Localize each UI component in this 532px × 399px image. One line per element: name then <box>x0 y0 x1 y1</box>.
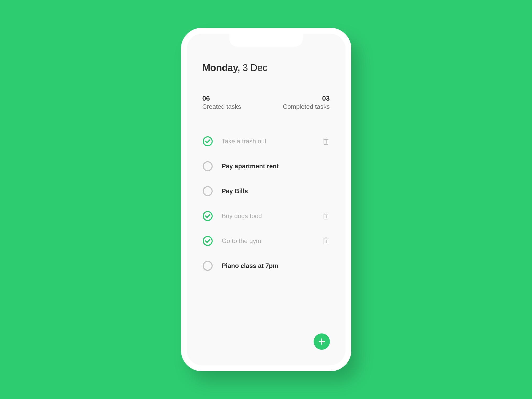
trash-placeholder <box>322 262 330 270</box>
screen: Monday, 3 Dec 06 Created tasks 03 Comple… <box>187 34 346 365</box>
task-title: Buy dogs food <box>222 212 322 220</box>
phone-notch <box>229 34 303 47</box>
task-row[interactable]: Piano class at 7pm <box>202 253 330 278</box>
header-date: 3 Dec <box>240 62 267 73</box>
phone-frame: Monday, 3 Dec 06 Created tasks 03 Comple… <box>181 28 351 371</box>
date-header: Monday, 3 Dec <box>202 62 330 73</box>
checkbox-checked-icon[interactable] <box>202 211 213 221</box>
task-title: Piano class at 7pm <box>222 262 322 269</box>
completed-label: Completed tasks <box>283 103 330 110</box>
checkbox-checked-icon[interactable] <box>202 236 213 246</box>
plus-icon <box>318 338 325 345</box>
task-title: Go to the gym <box>222 237 322 245</box>
svg-point-7 <box>203 187 212 196</box>
checkbox-empty-icon[interactable] <box>202 161 213 171</box>
checkbox-checked-icon[interactable] <box>202 136 213 147</box>
header-day: Monday, <box>202 62 240 73</box>
trash-icon[interactable] <box>322 212 330 220</box>
created-label: Created tasks <box>202 103 241 110</box>
task-row[interactable]: Pay Bills <box>202 179 330 203</box>
created-count: 06 <box>202 94 241 103</box>
task-title: Pay Bills <box>222 187 322 195</box>
task-row[interactable]: Take a trash out <box>202 129 330 154</box>
task-title: Take a trash out <box>222 138 322 145</box>
add-task-button[interactable] <box>314 333 330 350</box>
svg-point-6 <box>203 162 212 171</box>
trash-icon[interactable] <box>322 137 330 145</box>
completed-tasks-stat: 03 Completed tasks <box>283 94 330 110</box>
checkbox-empty-icon[interactable] <box>202 261 213 271</box>
created-tasks-stat: 06 Created tasks <box>202 94 241 110</box>
task-list: Take a trash out Pay apartment rent Pay … <box>202 129 330 278</box>
checkbox-empty-icon[interactable] <box>202 186 213 196</box>
completed-count: 03 <box>283 94 330 103</box>
task-row[interactable]: Buy dogs food <box>202 203 330 228</box>
stats-row: 06 Created tasks 03 Completed tasks <box>202 94 330 110</box>
task-row[interactable]: Go to the gym <box>202 228 330 253</box>
trash-placeholder <box>322 187 330 195</box>
trash-icon[interactable] <box>322 237 330 245</box>
task-row[interactable]: Pay apartment rent <box>202 154 330 179</box>
task-title: Pay apartment rent <box>222 163 322 170</box>
trash-placeholder <box>322 162 330 170</box>
svg-point-20 <box>203 261 212 270</box>
